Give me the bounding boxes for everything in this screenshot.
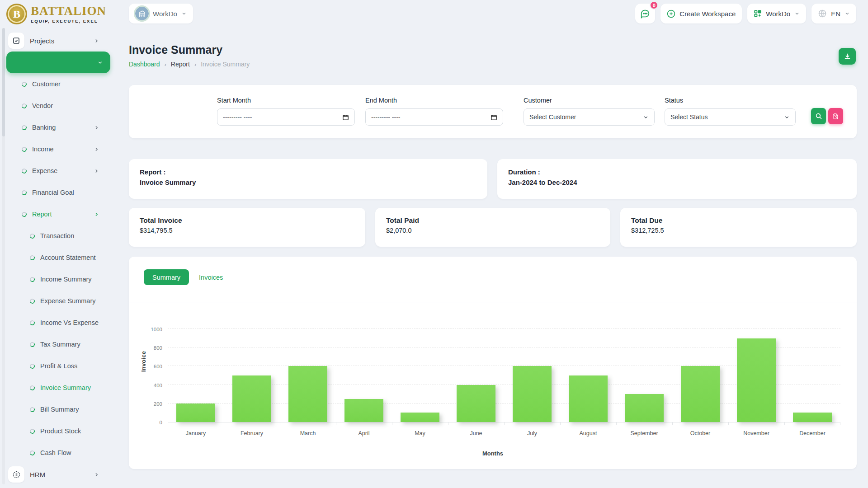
sidebar-item-tax-summary[interactable]: Tax Summary (0, 333, 117, 355)
tab-invoices[interactable]: Invoices (199, 274, 223, 281)
sidebar-item-income-summary[interactable]: Income Summary (0, 268, 117, 290)
chevron-down-icon (643, 114, 649, 120)
sidebar-item-cash-flow[interactable]: Cash Flow (0, 442, 117, 464)
sidebar-item-label: Tax Summary (40, 341, 80, 348)
sidebar-item-bill-summary[interactable]: Bill Summary (0, 399, 117, 420)
bullet-icon (21, 81, 27, 87)
tab-bar: Summary Invoices (144, 269, 223, 285)
language-selector[interactable]: EN (811, 4, 856, 23)
messages-button[interactable]: 0 (635, 4, 655, 23)
bar-december[interactable] (793, 413, 832, 422)
sidebar-item-profit-loss[interactable]: Profit & Loss (0, 355, 117, 377)
sidebar: B BATTALION EQUIP, EXECUTE, EXEL Project… (0, 0, 117, 488)
brand-logo[interactable]: B BATTALION EQUIP, EXECUTE, EXEL (6, 4, 106, 24)
bar-august[interactable] (569, 375, 608, 422)
sidebar-item-invoice-summary[interactable]: Invoice Summary (0, 377, 117, 399)
sidebar-item-account-statement[interactable]: Account Statement (0, 247, 117, 268)
chevron-right-icon (94, 472, 99, 478)
bar-september[interactable] (625, 394, 664, 422)
sidebar-item-report[interactable]: Report (0, 203, 117, 225)
bar-january[interactable] (176, 404, 215, 422)
app-menu-button[interactable]: WorkDo (747, 4, 806, 23)
chevron-right-icon (94, 146, 99, 152)
bar-slot-march (280, 329, 336, 422)
bar-may[interactable] (401, 413, 439, 422)
sidebar-item-label: Expense Summary (40, 297, 96, 305)
workspace-switcher[interactable]: WorkDo (129, 4, 193, 23)
create-workspace-label: Create Workspace (679, 10, 736, 18)
chart-y-axis-title: Invoice (141, 351, 147, 372)
bar-november[interactable] (737, 338, 776, 422)
sidebar-item-banking[interactable]: Banking (0, 117, 117, 138)
total-due-label: Total Due (631, 216, 846, 225)
sidebar-item-transaction[interactable]: Transaction (0, 225, 117, 247)
x-label-february: February (224, 430, 280, 436)
x-tickmark (336, 422, 336, 425)
end-month-placeholder: --------- ---- (371, 113, 401, 121)
x-tickmark (672, 422, 673, 425)
x-tickmark (504, 422, 505, 425)
bar-chart-plot: 02004006008001000 (168, 329, 840, 422)
breadcrumb: Dashboard › Report › Invoice Summary (129, 61, 250, 68)
download-button[interactable] (839, 48, 856, 65)
bar-october[interactable] (681, 366, 720, 422)
customer-select[interactable]: Select Customer (524, 108, 655, 126)
sidebar-item-accounting[interactable]: Accounting (0, 52, 117, 73)
bar-july[interactable] (513, 366, 552, 422)
summary-chart-card: Summary Invoices Invoice 020040060080010… (129, 257, 857, 469)
sidebar-item-product-stock[interactable]: Product Stock (0, 420, 117, 442)
bar-march[interactable] (288, 366, 327, 422)
bar-april[interactable] (344, 399, 383, 422)
x-tickmark (280, 422, 280, 425)
y-tick-1000: 1000 (151, 327, 162, 332)
sidebar-item-expense[interactable]: Expense (0, 160, 117, 182)
bar-slot-april (336, 329, 392, 422)
sidebar-item-hrm[interactable]: HRM (0, 464, 117, 485)
sidebar-item-label: Income Summary (40, 276, 92, 283)
sidebar-item-customer[interactable]: Customer (0, 73, 117, 95)
brand-badge-icon: B (6, 4, 27, 24)
end-month-input[interactable]: --------- ---- (365, 108, 503, 126)
sidebar-item-label: Financial Goal (32, 189, 74, 196)
status-select[interactable]: Select Status (665, 108, 796, 126)
sidebar-item-label: Transaction (40, 232, 74, 239)
tab-summary[interactable]: Summary (144, 269, 189, 285)
chevron-down-icon (784, 114, 790, 120)
reset-filter-button[interactable] (828, 108, 843, 124)
chart-x-axis-labels: JanuaryFebruaryMarchAprilMayJuneJulyAugu… (168, 430, 840, 436)
x-label-january: January (168, 430, 224, 436)
duration-label: Duration : (508, 168, 846, 176)
report-info-card: Report : Invoice Summary (129, 159, 487, 199)
x-tickmark (224, 422, 224, 425)
bars-container (168, 329, 840, 422)
bullet-icon (21, 189, 27, 195)
create-workspace-button[interactable]: Create Workspace (660, 4, 742, 23)
sidebar-item-financial-goal[interactable]: Financial Goal (0, 182, 117, 203)
bar-slot-december (784, 329, 840, 422)
bar-february[interactable] (232, 375, 271, 422)
brand-badge-letter: B (13, 8, 20, 20)
chevron-down-icon (97, 60, 103, 66)
bar-june[interactable] (457, 385, 495, 422)
apply-filter-button[interactable] (811, 108, 826, 124)
customer-label: Customer (524, 97, 552, 104)
sidebar-item-income[interactable]: Income (0, 138, 117, 160)
sidebar-item-projects[interactable]: Projects (0, 30, 117, 52)
bullet-icon (29, 276, 35, 282)
sidebar-item-vendor[interactable]: Vendor (0, 95, 117, 117)
start-month-input[interactable]: --------- ---- (217, 108, 355, 126)
sidebar-item-label: Account Statement (40, 254, 96, 261)
sidebar-item-expense-summary[interactable]: Expense Summary (0, 290, 117, 312)
chevron-right-icon (94, 211, 99, 217)
breadcrumb-dashboard[interactable]: Dashboard (129, 61, 160, 68)
breadcrumb-report[interactable]: Report (171, 61, 190, 68)
chevron-right-icon (94, 211, 99, 217)
chevron-right-icon (94, 472, 99, 478)
chart-x-axis-title: Months (129, 450, 857, 457)
sidebar-item-income-vs-expense[interactable]: Income Vs Expense (0, 312, 117, 333)
chevron-right-icon (94, 38, 99, 44)
sidebar-item-label: Invoice Summary (40, 384, 91, 391)
x-tickmark (392, 422, 392, 425)
bar-slot-july (504, 329, 560, 422)
tab-divider (129, 302, 857, 302)
